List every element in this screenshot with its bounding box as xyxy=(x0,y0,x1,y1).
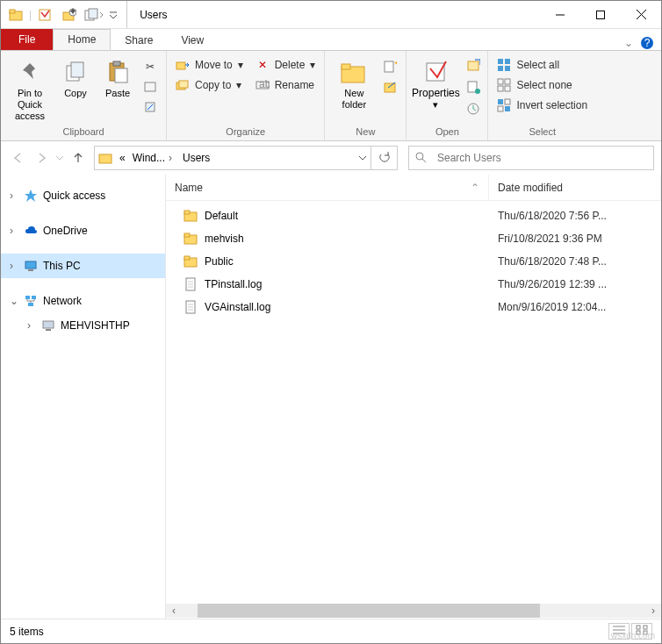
svg-rect-63 xyxy=(184,256,190,260)
select-all-icon xyxy=(497,58,511,72)
file-name: VGAinstall.log xyxy=(205,301,270,313)
search-box[interactable] xyxy=(408,146,654,170)
paste-shortcut-button[interactable] xyxy=(141,98,159,116)
chevron-right-icon[interactable]: › xyxy=(10,190,18,202)
svg-rect-76 xyxy=(644,626,647,629)
refresh-button[interactable] xyxy=(371,146,397,170)
address-dropdown[interactable] xyxy=(355,147,371,169)
file-icon xyxy=(183,300,198,314)
pin-to-quick-access-button[interactable]: Pin to Quick access xyxy=(8,56,52,122)
file-row[interactable]: PublicThu/6/18/2020 7:48 P... xyxy=(166,250,661,273)
qat-customize-dropdown[interactable] xyxy=(107,2,119,28)
new-folder-button[interactable]: New folder xyxy=(332,56,376,111)
svg-rect-32 xyxy=(468,61,479,70)
properties-icon xyxy=(421,58,450,86)
ribbon-tabs: File Home Share View ⌄ ? xyxy=(1,29,661,50)
chevron-right-icon[interactable]: › xyxy=(27,319,36,332)
select-all-button[interactable]: Select all xyxy=(495,56,589,74)
paste-button[interactable]: Paste xyxy=(99,56,136,99)
history-icon[interactable] xyxy=(466,102,480,118)
file-row[interactable]: VGAinstall.logMon/9/16/2019 12:04... xyxy=(166,296,661,318)
qat-folder-icon[interactable] xyxy=(4,2,27,28)
cut-button[interactable]: ✂ xyxy=(141,58,159,75)
content-area: ›Quick access ›OneDrive ›This PC ⌄Networ… xyxy=(1,175,661,619)
easy-access-button[interactable] xyxy=(381,78,399,96)
open-icon[interactable] xyxy=(466,58,480,75)
close-button[interactable] xyxy=(621,2,661,28)
folder-icon xyxy=(183,209,198,223)
group-label-select: Select xyxy=(495,125,589,140)
scroll-thumb[interactable] xyxy=(198,604,540,618)
easy-access-icon xyxy=(383,80,397,94)
chevron-right-icon[interactable]: › xyxy=(10,260,18,272)
edit-icon[interactable] xyxy=(466,80,480,97)
qat-properties-icon[interactable] xyxy=(33,2,56,28)
new-item-button[interactable]: ✦ xyxy=(381,58,399,75)
file-row[interactable]: mehvishFri/10/8/2021 9:36 PM xyxy=(166,227,661,250)
column-header-date[interactable]: Date modified xyxy=(489,175,661,200)
select-none-button[interactable]: Select none xyxy=(495,76,589,94)
window-controls xyxy=(540,2,661,28)
qat-copy-icon[interactable] xyxy=(83,2,105,28)
scroll-left-button[interactable]: ‹ xyxy=(166,604,182,618)
nav-computer-mehvish[interactable]: ›MEHVISHTHP xyxy=(1,313,165,338)
nav-onedrive[interactable]: ›OneDrive xyxy=(1,218,165,243)
column-header-name[interactable]: Name⌃ xyxy=(166,175,489,200)
horizontal-scrollbar[interactable]: ‹ › xyxy=(166,603,661,619)
svg-text:ab: ab xyxy=(259,80,270,90)
rename-button[interactable]: abRename xyxy=(254,76,318,94)
back-button[interactable] xyxy=(8,147,29,168)
ribbon-collapse-icon[interactable]: ⌄ xyxy=(624,37,633,49)
copy-icon xyxy=(61,58,90,86)
tab-home[interactable]: Home xyxy=(53,29,111,50)
minimize-button[interactable] xyxy=(540,2,580,28)
nav-network[interactable]: ⌄Network xyxy=(1,289,165,313)
navigation-bar: « Wind...› Users xyxy=(1,141,661,175)
qat-new-folder-icon[interactable]: ✦ xyxy=(58,2,81,28)
svg-rect-17 xyxy=(113,61,120,66)
breadcrumb-segment[interactable]: Wind...› xyxy=(129,147,179,169)
path-icon xyxy=(143,80,157,94)
item-count: 5 items xyxy=(10,626,44,638)
file-name: TPinstall.log xyxy=(205,278,262,290)
quick-access-toolbar: | ✦ xyxy=(1,2,123,28)
forward-button[interactable] xyxy=(31,147,52,168)
nav-quick-access[interactable]: ›Quick access xyxy=(1,183,165,208)
tab-file[interactable]: File xyxy=(1,29,53,50)
svg-rect-37 xyxy=(505,59,510,64)
file-row[interactable]: DefaultThu/6/18/2020 7:56 P... xyxy=(166,204,661,227)
copy-to-button[interactable]: Copy to ▾ xyxy=(174,76,245,94)
file-name: Public xyxy=(205,255,234,268)
nav-this-pc[interactable]: ›This PC xyxy=(1,254,165,278)
svg-rect-75 xyxy=(637,626,640,629)
chevron-right-icon[interactable]: › xyxy=(165,152,176,164)
up-button[interactable] xyxy=(68,147,89,168)
svg-rect-1 xyxy=(10,10,15,13)
address-bar[interactable]: « Wind...› Users xyxy=(94,146,398,170)
ribbon-group-select: Select all Select none Invert selection … xyxy=(488,51,596,140)
maximize-button[interactable] xyxy=(580,2,621,28)
svg-rect-39 xyxy=(505,66,510,71)
svg-rect-44 xyxy=(498,99,503,104)
breadcrumb-segment[interactable]: Users xyxy=(179,147,213,169)
properties-button[interactable]: Properties ▾ xyxy=(414,56,457,111)
chevron-down-icon[interactable]: ⌄ xyxy=(10,295,18,307)
recent-button[interactable] xyxy=(54,147,66,168)
tab-share[interactable]: Share xyxy=(111,31,167,50)
svg-text:✦: ✦ xyxy=(68,8,76,18)
search-input[interactable] xyxy=(432,152,653,164)
delete-button[interactable]: ✕Delete ▾ xyxy=(254,56,318,74)
scroll-track[interactable] xyxy=(182,604,645,618)
file-row[interactable]: TPinstall.logThu/9/26/2019 12:39 ... xyxy=(166,273,661,296)
chevron-right-icon[interactable]: › xyxy=(10,225,18,237)
copy-path-button[interactable] xyxy=(141,78,159,96)
move-to-button[interactable]: Move to ▾ xyxy=(174,56,245,74)
tab-view[interactable]: View xyxy=(167,31,218,50)
scroll-right-button[interactable]: › xyxy=(645,604,661,618)
file-date: Thu/9/26/2019 12:39 ... xyxy=(489,278,661,290)
copy-button[interactable]: Copy xyxy=(57,56,94,99)
file-rows: DefaultThu/6/18/2020 7:56 P...mehvishFri… xyxy=(166,201,661,603)
svg-rect-40 xyxy=(498,79,503,84)
help-icon[interactable]: ? xyxy=(640,36,654,50)
invert-selection-button[interactable]: Invert selection xyxy=(495,97,589,114)
